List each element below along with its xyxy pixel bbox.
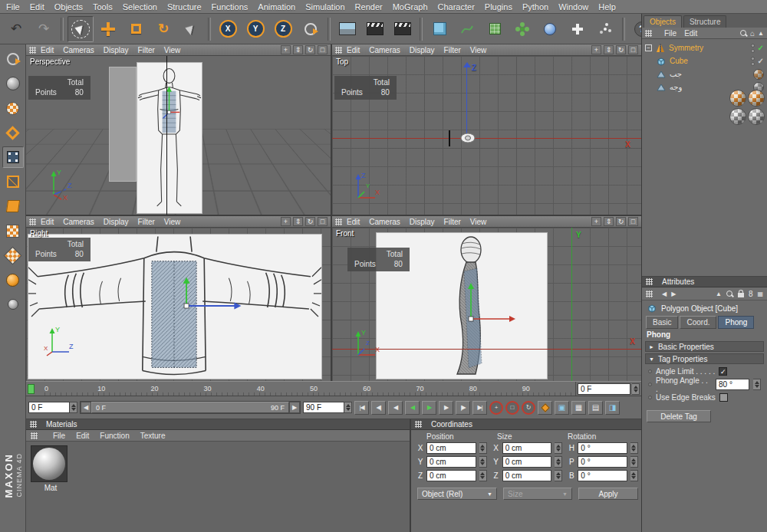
polygons-mode-button[interactable] [2,195,24,217]
attributes-panel-header[interactable]: Attributes [642,277,767,287]
frame-stepper[interactable] [632,383,640,395]
goto-start-button[interactable]: |◀ [354,401,369,415]
menu-animation[interactable]: Animation [258,2,295,11]
object-name[interactable]: Cube [670,57,688,65]
model-mode-button[interactable] [2,73,24,94]
stepper[interactable] [630,470,638,481]
add-environment-button[interactable] [565,16,591,42]
vp-menu-edit[interactable]: Edit [41,46,54,54]
keyframe-dot-icon[interactable] [648,383,652,386]
materials-menu-texture[interactable]: Texture [140,432,166,440]
stepper[interactable] [479,470,487,481]
menu-structure[interactable]: Structure [167,2,202,11]
record-rotation-button[interactable]: ↻ [522,401,535,415]
rotate-view-icon[interactable]: ↻ [616,217,626,226]
history-forward-icon[interactable]: ▶ [671,291,676,297]
panel-drag-handle-icon[interactable] [29,47,36,54]
timeline-ruler[interactable]: 0 10 20 30 40 50 60 70 80 90 0 F [26,381,641,396]
timeline-range-slider[interactable]: ◀ 0 F 90 F ▶ [80,401,301,414]
grid-icon[interactable]: ▦ [757,291,763,297]
collapse-expander-icon[interactable]: − [645,44,652,51]
zoom-view-icon[interactable]: ⇕ [604,45,614,54]
menu-help[interactable]: Help [598,2,616,11]
stepper[interactable] [630,442,638,454]
tab-basic[interactable]: Basic [646,316,678,329]
add-generator-button[interactable] [482,16,508,42]
add-primitive-button[interactable] [426,16,453,42]
menu-window[interactable]: Window [558,2,588,11]
zoom-view-icon[interactable]: ⇕ [293,45,303,54]
edges-mode-button[interactable] [2,171,24,192]
range-end-field[interactable]: 90 F [303,402,344,413]
render-picture-viewer-button[interactable] [362,16,388,42]
home-icon[interactable]: ⌂ [750,29,755,38]
panel-drag-handle-icon[interactable] [646,291,653,297]
slider-left-arrow-icon[interactable]: ◀ [81,402,91,413]
vp-menu-filter[interactable]: Filter [138,218,155,226]
object-name[interactable]: Symmetry [669,44,703,52]
toggle-view-icon[interactable]: □ [318,45,328,54]
texture-mode-button[interactable] [2,97,24,119]
enabled-check-icon[interactable]: ✓ [758,57,764,65]
vp-menu-display[interactable]: Display [104,218,129,226]
menu-render[interactable]: Render [355,2,383,11]
vp-menu-display[interactable]: Display [410,218,435,226]
rotate-tool-button[interactable]: ↻ [150,16,176,42]
make-editable-button[interactable] [2,48,24,70]
snap-settings-button[interactable] [2,294,24,315]
viewport-top-canvas[interactable]: Z X Top Total Points80 Z X [332,56,641,215]
materials-menu-function[interactable]: Function [100,432,129,440]
vp-menu-edit[interactable]: Edit [347,218,360,226]
history-back-icon[interactable]: ◀ [662,291,667,297]
next-key-button[interactable]: |▶ [456,401,470,415]
size-x-field[interactable]: 0 cm [502,442,552,454]
menu-character[interactable]: Character [438,2,475,11]
menu-plugins[interactable]: Plugins [485,2,512,11]
toggle-view-icon[interactable]: □ [628,45,638,54]
menu-simulation[interactable]: Simulation [305,2,344,11]
size-z-field[interactable]: 0 cm [502,470,552,481]
materials-menu-edit[interactable]: Edit [76,432,89,440]
scroll-up-icon[interactable]: ▲ [758,30,764,37]
panel-drag-handle-icon[interactable] [30,421,37,428]
menu-edit[interactable]: Edit [30,2,44,11]
render-queue-button[interactable]: ◨ [605,401,620,415]
stepper[interactable] [630,456,638,468]
menu-functions[interactable]: Functions [212,2,249,11]
vp-menu-view[interactable]: View [470,46,487,54]
material-tag-thumbnail[interactable] [748,108,765,125]
vp-menu-cameras[interactable]: Cameras [63,46,94,54]
materials-panel-header[interactable]: Materials [26,419,410,430]
search-icon[interactable] [726,291,733,297]
vp-menu-view[interactable]: View [164,218,181,226]
range-start-stepper[interactable] [70,402,77,413]
object-axis-mode-button[interactable] [2,269,24,291]
position-z-field[interactable]: 0 cm [426,470,476,481]
ruler-ticks[interactable]: 0 10 20 30 40 50 60 70 80 90 [26,382,575,396]
prev-key-button[interactable]: ◀| [371,401,386,415]
tree-row-symmetry[interactable]: − Symmetry ✓ [642,41,767,54]
panel-drag-handle-icon[interactable] [415,421,422,428]
add-deformer-button[interactable] [537,16,563,42]
menu-python[interactable]: Python [522,2,548,11]
tab-objects[interactable]: Objects [644,15,682,28]
coordinates-panel-header[interactable]: Coordinates [411,419,644,430]
tree-row-cube[interactable]: Cube ✓ [642,54,767,67]
viewport-perspective-canvas[interactable]: Perspective Total Points80 Y Z X [26,56,331,215]
delete-tag-button[interactable]: Delete Tag [647,410,711,422]
material-tag-thumbnail[interactable] [729,108,746,125]
viewport-right-canvas[interactable]: Right Total Points80 Y Z X [26,228,331,381]
phong-angle-field[interactable]: 80 ° [716,379,749,390]
add-particles-button[interactable] [592,16,618,42]
rotation-h-field[interactable]: 0 ° [578,442,627,454]
vp-menu-filter[interactable]: Filter [444,46,461,54]
stepper[interactable] [479,442,487,454]
undo-button[interactable]: ↶ [3,16,29,42]
om-menu-file[interactable]: File [664,29,676,38]
object-name[interactable]: وجه [670,83,682,91]
timeline-range-handle[interactable]: 0 F 90 F [91,402,289,413]
toggle-view-icon[interactable]: □ [318,217,328,226]
panel-drag-handle-icon[interactable] [29,218,36,225]
phong-angle-stepper[interactable] [753,379,761,390]
menu-tools[interactable]: Tools [93,2,113,11]
